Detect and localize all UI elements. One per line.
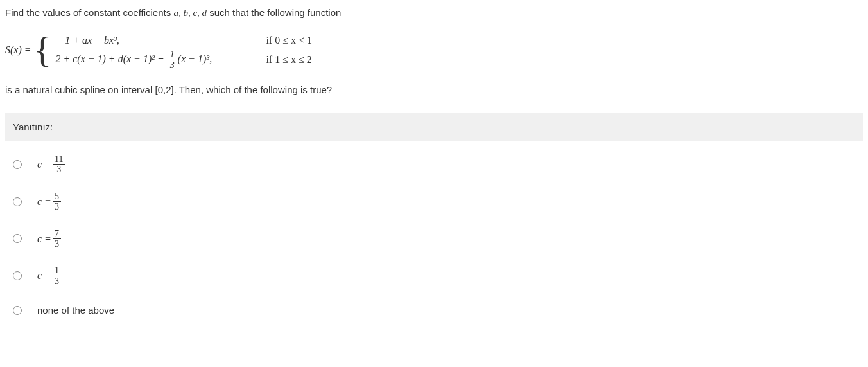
- option-5[interactable]: none of the above: [13, 303, 863, 318]
- case1-condition: if 0 ≤ x < 1: [266, 32, 312, 49]
- option-1[interactable]: c = 11 3: [13, 154, 863, 175]
- option-4[interactable]: c = 1 3: [13, 265, 863, 286]
- case-row-1: − 1 + ax + bx³, if 0 ≤ x < 1: [55, 31, 312, 50]
- question-closing: is a natural cubic spline on interval [0…: [5, 82, 863, 98]
- option-5-label: none of the above: [37, 303, 114, 318]
- cases-wrapper: { − 1 + ax + bx³, if 0 ≤ x < 1 2 + c(x −…: [34, 31, 312, 69]
- case2-condition: if 1 ≤ x ≤ 2: [266, 51, 311, 68]
- option-3[interactable]: c = 7 3: [13, 229, 863, 249]
- option-1-fraction: 11 3: [53, 154, 65, 175]
- sx-label: S(x) =: [5, 42, 31, 58]
- intro-text-before: Find the values of constant coefficients: [5, 7, 173, 18]
- case-row-2: 2 + c(x − 1) + d(x − 1)² + 13(x − 1)³, i…: [55, 50, 312, 69]
- radio-icon: [13, 160, 22, 169]
- case2-fraction: 13: [168, 49, 177, 70]
- option-2-label: c = 5 3: [37, 192, 62, 212]
- option-3-label: c = 7 3: [37, 229, 62, 249]
- option-2-fraction: 5 3: [53, 192, 61, 212]
- option-3-fraction: 7 3: [53, 229, 61, 249]
- case2-formula: 2 + c(x − 1) + d(x − 1)² + 13(x − 1)³,: [55, 49, 261, 70]
- question-intro: Find the values of constant coefficients…: [5, 5, 863, 21]
- case1-formula: − 1 + ax + bx³,: [55, 32, 261, 49]
- radio-icon: [13, 306, 22, 315]
- option-2[interactable]: c = 5 3: [13, 192, 863, 212]
- intro-vars: a, b, c, d: [173, 8, 207, 18]
- option-4-label: c = 1 3: [37, 265, 62, 286]
- formula-block: S(x) = { − 1 + ax + bx³, if 0 ≤ x < 1 2 …: [5, 31, 863, 69]
- answer-header: Yanıtınız:: [5, 113, 863, 141]
- intro-text-after: such that the following function: [207, 7, 341, 18]
- cases: − 1 + ax + bx³, if 0 ≤ x < 1 2 + c(x − 1…: [55, 31, 312, 69]
- radio-icon: [13, 197, 22, 206]
- radio-icon: [13, 234, 22, 243]
- left-brace: {: [34, 31, 52, 69]
- option-4-fraction: 1 3: [53, 265, 61, 286]
- radio-icon: [13, 271, 22, 280]
- options-list: c = 11 3 c = 5 3 c = 7 3 c: [5, 154, 863, 318]
- option-1-label: c = 11 3: [37, 154, 66, 175]
